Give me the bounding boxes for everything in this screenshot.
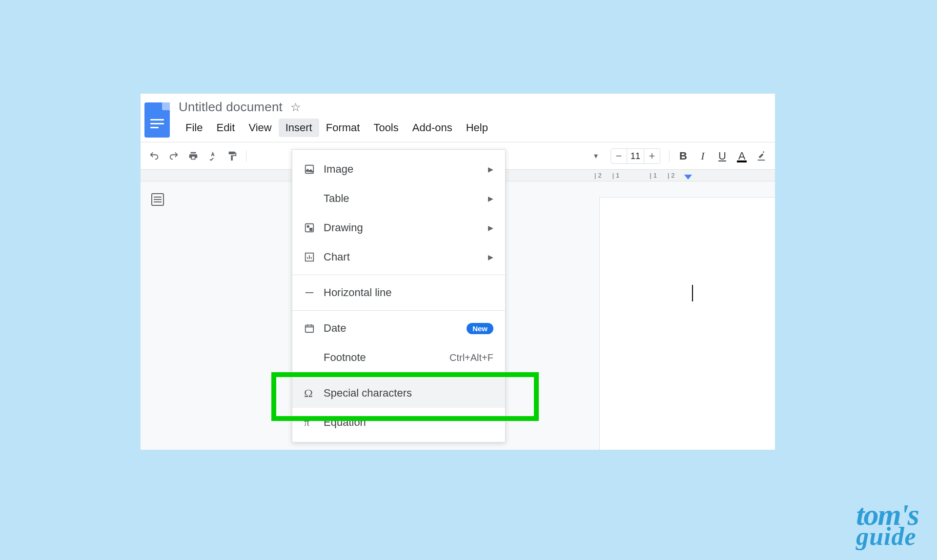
menu-addons[interactable]: Add-ons <box>406 119 459 137</box>
ruler-tick: 1 <box>650 172 657 179</box>
menu-insert[interactable]: Insert <box>279 119 319 137</box>
insert-image-label: Image <box>324 163 488 176</box>
image-icon <box>304 164 324 175</box>
shortcut-text: Ctrl+Alt+F <box>449 352 493 363</box>
insert-table-label: Table <box>324 192 488 205</box>
star-icon[interactable]: ☆ <box>290 100 301 114</box>
ruler-indent-marker[interactable] <box>684 175 692 180</box>
header: Untitled document ☆ File Edit View Inser… <box>141 94 775 142</box>
insert-image[interactable]: Image ▶ <box>292 155 505 184</box>
menu-bar: File Edit View Insert Format Tools Add-o… <box>179 119 495 137</box>
submenu-arrow-icon: ▶ <box>488 195 493 202</box>
insert-chart-label: Chart <box>324 251 488 263</box>
highlight-button[interactable] <box>753 147 770 165</box>
insert-drawing-label: Drawing <box>324 221 488 234</box>
redo-button[interactable] <box>165 147 183 165</box>
paint-format-button[interactable] <box>224 147 241 165</box>
submenu-arrow-icon: ▶ <box>488 224 493 232</box>
insert-chart[interactable]: Chart ▶ <box>292 242 505 272</box>
text-cursor <box>692 285 693 301</box>
outline-panel[interactable] <box>141 181 175 450</box>
submenu-arrow-icon: ▶ <box>488 165 493 173</box>
print-button[interactable] <box>184 147 202 165</box>
chart-icon <box>304 252 324 262</box>
menu-tools[interactable]: Tools <box>367 119 405 137</box>
menu-format[interactable]: Format <box>319 119 367 137</box>
outline-icon <box>151 193 164 206</box>
ruler-tick: 2 <box>594 172 602 179</box>
hline-icon <box>304 287 324 298</box>
insert-hline-label: Horizontal line <box>324 286 493 299</box>
document-title[interactable]: Untitled document <box>179 100 283 115</box>
insert-dropdown-menu: Image ▶ Table ▶ Drawing ▶ Chart ▶ <box>292 149 506 442</box>
insert-footnote-label: Footnote <box>324 351 449 364</box>
insert-table[interactable]: Table ▶ <box>292 184 505 213</box>
styles-dropdown[interactable]: ▾ <box>587 147 605 165</box>
font-size-decrease[interactable]: − <box>611 150 627 162</box>
insert-special-characters[interactable]: Ω Special characters <box>292 379 505 408</box>
menu-help[interactable]: Help <box>459 119 495 137</box>
svg-rect-6 <box>306 325 314 333</box>
google-docs-logo[interactable] <box>144 102 170 138</box>
insert-horizontal-line[interactable]: Horizontal line <box>292 278 505 307</box>
drawing-icon <box>304 222 324 233</box>
font-size-control[interactable]: − 11 + <box>611 148 660 164</box>
omega-icon: Ω <box>304 387 324 400</box>
menu-edit[interactable]: Edit <box>209 119 242 137</box>
undo-button[interactable] <box>145 147 163 165</box>
google-docs-window: Untitled document ☆ File Edit View Inser… <box>141 94 775 450</box>
insert-date[interactable]: Date New <box>292 314 505 343</box>
font-size-increase[interactable]: + <box>644 150 660 162</box>
bold-button[interactable]: B <box>674 147 692 165</box>
new-badge: New <box>467 323 493 334</box>
insert-equation-label: Equation <box>324 416 493 429</box>
menu-file[interactable]: File <box>179 119 209 137</box>
menu-view[interactable]: View <box>242 119 278 137</box>
svg-rect-3 <box>309 228 312 231</box>
toms-guide-watermark: tom's guide <box>856 502 918 547</box>
insert-date-label: Date <box>324 322 467 335</box>
insert-special-chars-label: Special characters <box>324 387 493 400</box>
italic-button[interactable]: I <box>694 147 712 165</box>
document-page[interactable] <box>599 197 775 450</box>
insert-equation[interactable]: π² Equation <box>292 408 505 437</box>
insert-footnote[interactable]: Footnote Ctrl+Alt+F <box>292 343 505 372</box>
font-size-value[interactable]: 11 <box>627 149 644 163</box>
pi-icon: π² <box>304 416 324 429</box>
underline-button[interactable]: U <box>713 147 731 165</box>
ruler-tick: 2 <box>668 172 675 179</box>
text-color-button[interactable]: A <box>733 147 751 165</box>
date-icon <box>304 323 324 334</box>
svg-point-2 <box>307 225 310 228</box>
submenu-arrow-icon: ▶ <box>488 253 493 261</box>
insert-drawing[interactable]: Drawing ▶ <box>292 213 505 242</box>
ruler-tick: 1 <box>612 172 620 179</box>
spellcheck-button[interactable] <box>204 147 222 165</box>
